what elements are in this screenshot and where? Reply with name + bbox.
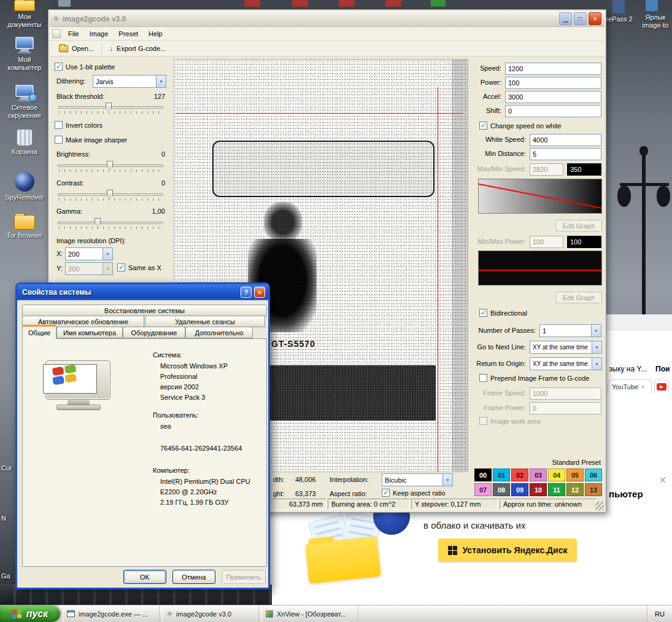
max-speed-input[interactable] bbox=[530, 163, 563, 176]
speed-input[interactable] bbox=[505, 63, 601, 75]
preset-swatch-02[interactable]: 02 bbox=[511, 468, 528, 481]
ok-button[interactable]: OK bbox=[123, 570, 166, 584]
min-power-input[interactable] bbox=[530, 236, 563, 248]
open-button[interactable]: Open... bbox=[54, 43, 99, 54]
x-dpi-select[interactable]: 200 ▼ bbox=[65, 247, 113, 260]
preset-swatch-11[interactable]: 11 bbox=[548, 483, 565, 496]
prepend-frame-checkbox[interactable]: ✓ bbox=[479, 374, 487, 382]
return-origin-select[interactable]: XY at the same time ▼ bbox=[530, 357, 602, 370]
desktop-icon-my-computer[interactable]: Мой компьютер bbox=[2, 37, 47, 72]
preset-swatch-10[interactable]: 10 bbox=[530, 483, 547, 496]
keep-aspect-checkbox[interactable]: ✓ bbox=[382, 489, 390, 497]
preset-swatch-00[interactable]: 00 bbox=[474, 468, 492, 481]
edge-icon-label[interactable]: N bbox=[1, 515, 6, 522]
desktop-icon-tor-browser[interactable]: Tor Browser bbox=[2, 215, 47, 239]
export-gcode-button[interactable]: ↓ Export G-code... bbox=[104, 43, 171, 54]
min-distance-input[interactable] bbox=[530, 148, 601, 160]
keepass-icon[interactable] bbox=[612, 0, 625, 14]
language-indicator[interactable]: RU bbox=[655, 610, 665, 618]
passes-select[interactable]: 1 ▼ bbox=[539, 324, 601, 337]
preset-swatch-06[interactable]: 06 bbox=[585, 468, 602, 481]
interpolation-select[interactable]: Bicubic ▼ bbox=[382, 473, 453, 486]
same-as-x-checkbox[interactable]: ✓ bbox=[117, 263, 125, 271]
desktop-icon-network[interactable]: Сетевое окружение bbox=[2, 85, 47, 120]
dialog-close-button[interactable]: × bbox=[254, 287, 265, 298]
install-yandex-disk-button[interactable]: Установить Яндекс.Диск bbox=[438, 538, 577, 562]
preset-swatch-09[interactable]: 09 bbox=[511, 483, 528, 496]
white-speed-input[interactable] bbox=[530, 134, 601, 146]
tab-remote[interactable]: Удаленные сеансы bbox=[145, 316, 265, 327]
truncated-icon[interactable] bbox=[292, 0, 308, 7]
desktop-icon-recycle-bin[interactable]: Корзина bbox=[2, 129, 47, 156]
resize-grip[interactable] bbox=[595, 502, 604, 510]
preset-swatch-12[interactable]: 12 bbox=[566, 483, 584, 496]
power-input[interactable] bbox=[505, 77, 601, 89]
edit-speed-graph-button[interactable]: Edit Graph bbox=[555, 220, 602, 231]
shortcut-icon[interactable] bbox=[646, 0, 658, 11]
system-tray[interactable]: RU bbox=[647, 605, 672, 622]
truncated-icon[interactable] bbox=[58, 0, 71, 7]
maximize-button[interactable]: □ bbox=[574, 12, 587, 25]
black-threshold-slider[interactable] bbox=[58, 102, 163, 114]
preset-swatch-01[interactable]: 01 bbox=[493, 468, 510, 481]
taskbar-task-xnview[interactable]: XnView - [Обозреват... bbox=[261, 605, 358, 622]
dithering-select[interactable]: Jarvis ▼ bbox=[93, 75, 166, 88]
truncated-icon[interactable] bbox=[431, 0, 446, 7]
start-button[interactable]: пуск bbox=[0, 605, 60, 622]
accel-input[interactable] bbox=[505, 91, 601, 103]
tab-close-icon[interactable]: × bbox=[641, 383, 644, 391]
apply-button[interactable]: Применить bbox=[222, 570, 266, 584]
tab-computer-name[interactable]: Имя компьютера bbox=[56, 327, 123, 338]
preset-swatch-08[interactable]: 08 bbox=[493, 483, 510, 496]
edit-power-graph-button[interactable]: Edit Graph bbox=[555, 292, 602, 303]
menu-help[interactable]: Help bbox=[144, 28, 168, 39]
edge-icon-label[interactable]: Ga bbox=[1, 572, 10, 580]
desktop-icon-spyremover[interactable]: SpyRemover bbox=[2, 172, 47, 201]
menu-image[interactable]: Image bbox=[85, 28, 114, 39]
max-power-input[interactable] bbox=[567, 236, 601, 248]
close-button[interactable]: × bbox=[589, 12, 601, 25]
truncated-icon[interactable] bbox=[385, 0, 401, 7]
frame-power-input[interactable] bbox=[530, 402, 601, 414]
minimize-button[interactable]: ▁ bbox=[559, 12, 572, 25]
preset-swatch-05[interactable]: 05 bbox=[566, 468, 584, 481]
use-1bit-checkbox[interactable]: ✓ bbox=[55, 63, 63, 71]
min-speed-input[interactable] bbox=[567, 163, 601, 176]
tab-system-restore[interactable]: Восстановление системы bbox=[22, 305, 267, 316]
brightness-slider[interactable] bbox=[58, 160, 163, 173]
preset-swatch-13[interactable]: 13 bbox=[585, 483, 602, 496]
youtube-favicon-tab[interactable]: ▶ bbox=[654, 379, 669, 393]
image-work-area-checkbox[interactable]: ✓ bbox=[479, 417, 487, 425]
tab-general[interactable]: Общие bbox=[22, 325, 56, 339]
y-dpi-select[interactable]: 200 ▼ bbox=[65, 262, 113, 275]
cancel-button[interactable]: Отмена bbox=[172, 570, 215, 584]
edge-icon-label[interactable]: Cur bbox=[1, 464, 12, 472]
preset-swatch-04[interactable]: 04 bbox=[548, 468, 565, 481]
taskbar-task-image2gcode-exe[interactable]: image2gcode.exe — ... bbox=[63, 605, 160, 622]
dialog-titlebar[interactable]: Свойства системы bbox=[17, 284, 268, 300]
tab-hardware[interactable]: Оборудование bbox=[123, 327, 185, 338]
contrast-slider[interactable] bbox=[58, 189, 163, 201]
truncated-icon[interactable] bbox=[244, 0, 260, 7]
menu-preset[interactable]: Preset bbox=[114, 28, 143, 39]
close-icon[interactable]: ✕ bbox=[659, 475, 666, 485]
gamma-slider[interactable] bbox=[58, 217, 163, 230]
make-sharper-checkbox[interactable]: ✓ bbox=[55, 136, 63, 144]
menu-file[interactable]: File bbox=[63, 28, 84, 39]
change-speed-on-white-checkbox[interactable]: ✓ bbox=[479, 122, 487, 130]
preset-swatch-07[interactable]: 07 bbox=[474, 483, 492, 496]
youtube-tab[interactable]: YouTube × bbox=[608, 379, 652, 393]
desktop-icon-shortcut-image-to[interactable]: Ярлык image-to bbox=[638, 14, 672, 29]
taskbar-task-image2gcode[interactable]: ✳ image2gcode v3.0 bbox=[162, 605, 259, 622]
help-button[interactable]: ? bbox=[241, 287, 252, 298]
tab-advanced[interactable]: Дополнительно bbox=[185, 327, 253, 338]
next-line-select[interactable]: XY at the same time ▼ bbox=[530, 341, 602, 354]
truncated-icon[interactable] bbox=[339, 0, 355, 7]
frame-speed-input[interactable] bbox=[530, 387, 601, 400]
window-titlebar[interactable]: ✳ image2gcode v3.0 ▁ □ × bbox=[50, 11, 604, 27]
desktop-icon-my-documents[interactable]: Мои документы bbox=[2, 0, 47, 29]
shift-input[interactable] bbox=[505, 105, 601, 117]
preset-swatch-03[interactable]: 03 bbox=[530, 468, 547, 481]
invert-colors-checkbox[interactable]: ✓ bbox=[55, 121, 63, 129]
bidirectional-checkbox[interactable]: ✓ bbox=[479, 309, 487, 317]
